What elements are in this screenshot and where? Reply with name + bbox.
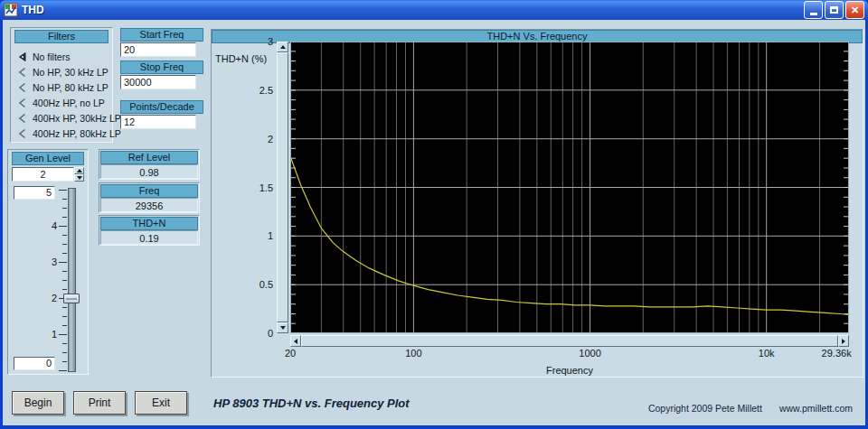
scroll-up-button[interactable] (277, 42, 288, 52)
app-caption: HP 8903 THD+N vs. Frequency Plot (213, 396, 410, 410)
slider-tick (62, 271, 67, 272)
slider-tick (62, 235, 67, 236)
slider-tick (62, 289, 67, 290)
window-title: THD (22, 4, 44, 16)
slider-tick (62, 307, 67, 308)
slider-tick (62, 217, 67, 218)
slider-tick (62, 316, 67, 317)
slider-tick (59, 262, 67, 263)
plot-area (290, 42, 849, 333)
slider-tick (59, 226, 67, 227)
left-arrow-icon (294, 339, 297, 344)
y-tick-label: 0.5 (212, 279, 273, 290)
slider-tick (62, 208, 67, 209)
radio-unselected-icon (17, 82, 28, 93)
app-icon (4, 3, 18, 17)
filter-option-label: 400Hx HP, 30kHz LP (33, 113, 121, 124)
freq-value: 29356 (100, 198, 198, 212)
plot-vertical-scrollbar[interactable] (277, 42, 288, 333)
y-tick-label: 0 (212, 328, 273, 339)
start-freq-input[interactable] (120, 42, 196, 57)
filter-option-3[interactable]: 400Hz HP, no LP (17, 96, 105, 110)
x-tick-label: 10k (759, 348, 775, 359)
print-button[interactable]: Print (73, 391, 126, 415)
scroll-right-button[interactable] (838, 335, 849, 347)
slider-tick (59, 190, 67, 191)
slider-tick-label: 2 (42, 293, 57, 303)
filter-option-0[interactable]: No filters (17, 50, 70, 64)
window-content: Filters No filtersNo HP, 30 kHz LPNo HP,… (3, 20, 865, 425)
thdn-header: THD+N (100, 217, 198, 230)
radio-unselected-icon (17, 128, 28, 139)
down-arrow-icon (77, 176, 82, 180)
slider-tick (62, 199, 67, 200)
gen-level-decrement-button[interactable] (74, 174, 84, 182)
right-arrow-icon (842, 339, 845, 344)
slider-tick (62, 244, 67, 245)
filters-panel: Filters No filtersNo HP, 30 kHz LPNo HP,… (10, 27, 113, 143)
slider-min-field[interactable]: 0 (14, 357, 55, 370)
title-bar[interactable]: THD ✕ (0, 0, 868, 20)
thdn-value: 0.19 (100, 230, 198, 245)
filter-option-label: No HP, 30 kHz LP (33, 67, 108, 78)
up-arrow-icon (280, 45, 286, 49)
slider-tick (59, 370, 67, 371)
website-link[interactable]: www.pmillett.com (779, 403, 853, 414)
x-tick-label: 1000 (579, 348, 600, 359)
gen-level-panel: Gen Level 5 0 4321 (7, 149, 89, 375)
slider-max-field[interactable]: 5 (14, 186, 55, 200)
gen-level-increment-button[interactable] (74, 167, 84, 174)
y-tick-label: 2.5 (212, 85, 273, 96)
freq-indicator: Freq 29356 (99, 182, 200, 213)
scroll-left-button[interactable] (290, 335, 301, 347)
horizontal-scroll-thumb[interactable] (301, 335, 838, 347)
plot-horizontal-scrollbar[interactable] (290, 335, 849, 347)
filter-option-label: 400Hz HP, no LP (33, 98, 105, 108)
filter-option-label: 400Hz HP, 80kHz LP (33, 128, 121, 139)
minimize-button[interactable] (804, 1, 823, 19)
begin-button[interactable]: Begin (12, 391, 64, 415)
x-tick-label: 100 (405, 348, 421, 359)
start-freq-header: Start Freq (120, 28, 203, 42)
slider-handle[interactable] (63, 294, 80, 303)
scroll-down-button[interactable] (277, 322, 288, 333)
copyright-text: Copyright 2009 Pete Millett www.pmillett… (648, 403, 853, 414)
slider-tick-label: 3 (42, 256, 57, 267)
filter-option-5[interactable]: 400Hz HP, 80kHz LP (17, 126, 121, 141)
minimize-icon (810, 13, 817, 15)
filter-option-label: No HP, 80 kHz LP (33, 82, 108, 93)
copyright-label: Copyright 2009 Pete Millett (648, 403, 762, 414)
filter-option-2[interactable]: No HP, 80 kHz LP (17, 80, 108, 95)
stop-freq-input[interactable] (120, 75, 196, 89)
slider-tick (59, 334, 67, 335)
y-tick-label: 2 (212, 134, 273, 145)
gen-level-input[interactable] (12, 167, 74, 182)
slider-tick (62, 361, 67, 362)
radio-unselected-icon (17, 98, 28, 108)
close-button[interactable]: ✕ (845, 1, 864, 19)
close-icon: ✕ (851, 5, 859, 14)
points-decade-input[interactable] (120, 115, 196, 129)
y-tick-label: 3 (212, 36, 273, 47)
exit-button[interactable]: Exit (135, 391, 187, 415)
radio-selected-icon (17, 51, 28, 62)
slider-tick (62, 343, 67, 344)
y-tick-label: 1 (212, 230, 273, 241)
slider-tick (62, 352, 67, 353)
y-tick-label: 1.5 (212, 182, 273, 193)
ref-level-indicator: Ref Level 0.98 (99, 149, 200, 180)
slider-tick (62, 325, 67, 326)
app-window: THD ✕ Filters No filtersNo HP, 30 kHz LP… (0, 0, 868, 429)
filter-option-1[interactable]: No HP, 30 kHz LP (17, 65, 108, 79)
filters-header: Filters (14, 30, 108, 43)
filter-option-4[interactable]: 400Hx HP, 30kHz LP (17, 111, 121, 126)
slider-track[interactable] (68, 188, 76, 372)
radio-unselected-icon (17, 113, 28, 124)
x-axis-label: Frequency (290, 365, 849, 376)
gen-level-spinbox (12, 167, 84, 182)
thdn-indicator: THD+N 0.19 (99, 215, 200, 246)
maximize-button[interactable] (825, 1, 844, 19)
maximize-icon (830, 6, 838, 14)
up-arrow-icon (77, 169, 82, 173)
vertical-scroll-thumb[interactable] (277, 52, 288, 322)
